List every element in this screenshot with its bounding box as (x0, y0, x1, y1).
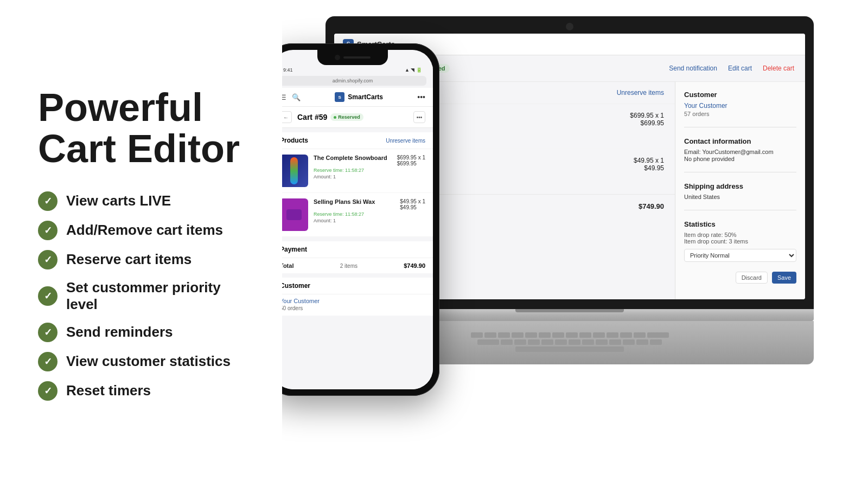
phone-customer-header: Customer (282, 278, 433, 294)
phone-payment-total: $749.90 (404, 262, 425, 269)
feature-text-f1: View carts LIVE (66, 192, 171, 209)
phone-logo: S SmartCarts (335, 92, 383, 102)
feature-item-f5: ✓ Send reminders (38, 323, 250, 342)
phone-back-button[interactable]: ← (282, 111, 292, 123)
shipping-country: United States (684, 194, 796, 200)
phone-product-2: Selling Plans Ski Wax $49.95 x 1$49.95 R… (282, 193, 433, 237)
features-list: ✓ View carts LIVE ✓ Add/Remove cart item… (38, 191, 250, 401)
phone-customer-orders: 50 orders (282, 305, 433, 316)
phone-products-title: Products (282, 137, 308, 144)
phone-cart-header: ← Cart #59 Reserved ••• (282, 107, 433, 128)
key (579, 332, 591, 338)
phone-product-2-image (282, 198, 308, 231)
contact-section-title: Contact information (684, 137, 796, 145)
product-2-price-per: $49.95 x 1 (634, 157, 664, 164)
feature-item-f7: ✓ Reset timers (38, 381, 250, 401)
phone-product-2-price: $49.95 x 1$49.95 (400, 198, 425, 210)
phone-search-icon[interactable]: 🔍 (292, 93, 301, 101)
feature-item-f2: ✓ Add/Remove cart items (38, 221, 250, 240)
priority-select[interactable]: Priority Normal Priority High Priority L… (684, 249, 796, 262)
save-button[interactable]: Save (772, 272, 796, 284)
feature-text-f5: Send reminders (66, 324, 173, 341)
key (514, 339, 526, 345)
key (636, 339, 648, 345)
phone-topbar: ☰ 🔍 S SmartCarts ••• (282, 88, 433, 107)
contact-phone: No phone provided (684, 156, 796, 162)
phone-product-2-name: Selling Plans Ski Wax (314, 198, 375, 210)
phone-payment-label: Total (282, 262, 293, 269)
wax-shape (286, 209, 302, 220)
laptop-hinge (515, 309, 624, 312)
phone-reserved-badge: Reserved (330, 113, 363, 121)
right-sidebar: Customer Your Customer 57 orders Contact… (675, 82, 805, 299)
feature-item-f3: ✓ Reserve cart items (38, 250, 250, 269)
phone-status-bar: 9:41 ▲ ◥ 🔋 (282, 65, 433, 74)
key (609, 339, 621, 345)
phone: 9:41 ▲ ◥ 🔋 admin.shopify.com ☰ 🔍 (282, 43, 439, 396)
phone-payment-row: Total 2 items $749.90 (282, 258, 433, 273)
phone-menu-icon[interactable]: ☰ (282, 93, 286, 101)
phone-logo-icon: S (335, 92, 344, 102)
unreserve-items-btn[interactable]: Unreserve items (617, 89, 664, 97)
customer-name-link[interactable]: Your Customer (684, 102, 796, 110)
key (525, 332, 537, 338)
key (501, 339, 513, 345)
phone-product-2-amount: Amount: 1 (314, 218, 425, 223)
feature-item-f1: ✓ View carts LIVE (38, 191, 250, 211)
check-icon-f1: ✓ (38, 191, 58, 211)
key (528, 339, 540, 345)
discard-button[interactable]: Discard (736, 272, 768, 284)
right-panel: S SmartCarts ← Cart #59 Reserved (282, 0, 868, 488)
phone-time: 9:41 (283, 67, 293, 73)
key (484, 332, 496, 338)
left-panel: Powerful Cart Editor ✓ View carts LIVE ✓… (0, 0, 282, 488)
key (650, 339, 662, 345)
phone-cart-title: Cart #59 Reserved (292, 113, 413, 121)
headline: Powerful Cart Editor (38, 87, 250, 169)
phone-payment-header: Payment (282, 241, 433, 258)
product-2-price: $49.95 x 1 $49.95 (634, 157, 664, 172)
check-icon-f3: ✓ (38, 250, 58, 269)
drop-count: Item drop count: 3 items (684, 238, 796, 245)
feature-text-f2: Add/Remove cart items (66, 222, 223, 239)
phone-cart-number: Cart #59 (297, 113, 327, 121)
key (569, 339, 580, 345)
cart-actions: Send notification Edit cart Delete cart (669, 65, 794, 72)
edit-cart-btn[interactable]: Edit cart (728, 65, 752, 72)
divider-3 (684, 210, 796, 210)
phone-app: ☰ 🔍 S SmartCarts ••• ← Cart #59 (282, 88, 433, 389)
key (541, 339, 553, 345)
feature-text-f7: Reset timers (66, 382, 151, 399)
phone-product-1-price: $699.95 x 1$699.95 (397, 155, 425, 166)
phone-unreserve-btn[interactable]: Unreserve items (386, 138, 425, 144)
phone-customer-section: Customer Your Customer 50 orders (282, 278, 433, 316)
phone-customer-link[interactable]: Your Customer (282, 294, 433, 305)
sidebar-actions: Discard Save (684, 272, 796, 284)
key (607, 332, 618, 338)
customer-orders: 57 orders (684, 111, 796, 117)
key (471, 332, 483, 338)
key (593, 332, 605, 338)
phone-products-section: Products Unreserve items (282, 132, 433, 237)
feature-item-f6: ✓ View customer statistics (38, 352, 250, 371)
phone-more-dots[interactable]: ••• (417, 93, 425, 101)
phone-reserved-dot (334, 116, 336, 119)
phone-wrapper: 9:41 ▲ ◥ 🔋 admin.shopify.com ☰ 🔍 (282, 43, 439, 396)
check-icon-f6: ✓ (38, 352, 58, 371)
phone-product-1-name: The Complete Snowboard (314, 155, 387, 166)
phone-product-1-image (282, 155, 308, 187)
key (566, 332, 578, 338)
phone-more-button[interactable]: ••• (413, 111, 425, 123)
key (539, 332, 551, 338)
delete-cart-btn[interactable]: Delete cart (763, 65, 794, 72)
phone-speaker (343, 56, 371, 59)
product-1-price: $699.95 x 1 $699.95 (630, 112, 664, 127)
key (498, 332, 510, 338)
contact-email: Email: YourCustomer@gmail.com (684, 149, 796, 155)
feature-text-f3: Reserve cart items (66, 251, 192, 268)
divider-1 (684, 127, 796, 127)
key-space (515, 346, 624, 352)
check-icon-f5: ✓ (38, 323, 58, 342)
laptop-camera (566, 23, 573, 30)
send-notification-btn[interactable]: Send notification (669, 65, 717, 72)
